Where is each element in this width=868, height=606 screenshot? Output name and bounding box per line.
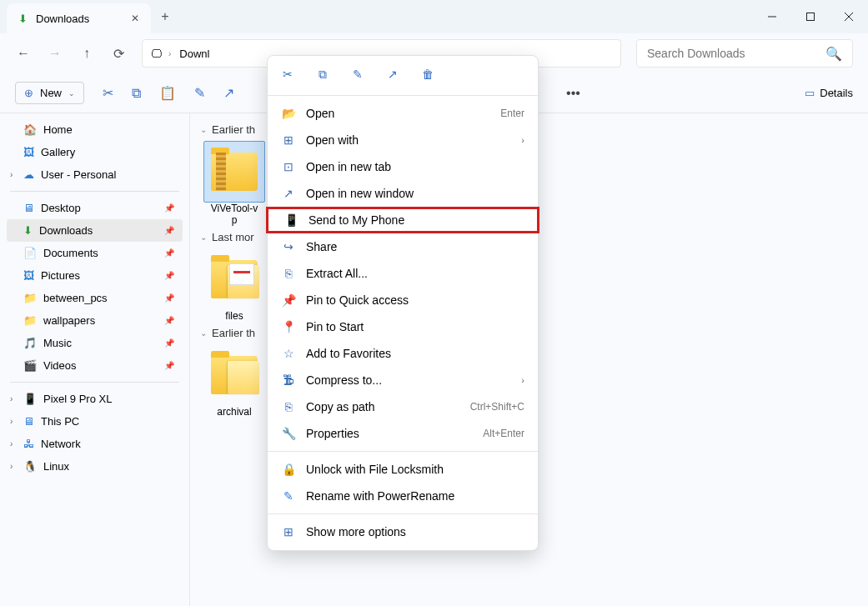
phone-icon: 📱: [283, 213, 299, 228]
documents-icon: 📄: [23, 247, 37, 259]
menu-properties[interactable]: 🔧PropertiesAlt+Enter: [268, 420, 538, 447]
search-input[interactable]: [647, 47, 825, 60]
folder-open-icon: 📂: [281, 106, 296, 121]
menu-send-to-phone[interactable]: 📱Send to My Phone: [266, 207, 539, 233]
pin-icon: 📌: [164, 226, 174, 235]
menu-extract-all[interactable]: ⎘Extract All...: [268, 260, 538, 287]
download-arrow-icon: ⬇: [18, 13, 28, 25]
properties-icon: 🔧: [281, 426, 296, 441]
menu-open-new-tab[interactable]: ⊡Open in new tab: [268, 153, 538, 180]
sidebar-pictures[interactable]: 🖼Pictures📌: [7, 264, 183, 287]
power-rename-icon: ✎: [281, 488, 296, 503]
shortcut-label: Alt+Enter: [483, 428, 524, 439]
more-button[interactable]: •••: [566, 86, 580, 101]
copy-icon[interactable]: ⧉: [132, 86, 141, 101]
chevron-down-icon: ⌄: [200, 125, 207, 134]
sidebar-linux[interactable]: ›🐧Linux: [7, 455, 183, 478]
menu-show-more[interactable]: ⊞Show more options: [268, 518, 538, 545]
phone-icon: 📱: [23, 393, 37, 405]
menu-unlock-locksmith[interactable]: 🔒Unlock with File Locksmith: [268, 456, 538, 483]
sidebar: 🏠Home 🖼Gallery ›☁User - Personal 🖥Deskto…: [0, 113, 190, 606]
share-icon[interactable]: ↗: [384, 66, 401, 83]
refresh-button[interactable]: ⟳: [110, 45, 127, 62]
menu-power-rename[interactable]: ✎Rename with PowerRename: [268, 483, 538, 509]
gallery-icon: 🖼: [23, 146, 34, 158]
menu-open-with[interactable]: ⊞Open with›: [268, 127, 538, 153]
chevron-down-icon: ⌄: [200, 233, 207, 242]
chevron-right-icon: ›: [521, 135, 524, 145]
chevron-down-icon: ⌄: [68, 89, 75, 98]
up-button[interactable]: ↑: [78, 45, 95, 62]
copy-icon[interactable]: ⧉: [314, 66, 331, 83]
close-window-button[interactable]: [830, 0, 868, 33]
back-button[interactable]: ←: [15, 45, 32, 62]
pin-icon: 📌: [164, 203, 174, 213]
file-files[interactable]: files: [200, 248, 268, 322]
new-button[interactable]: ⊕ New ⌄: [15, 82, 84, 104]
folder-icon: [211, 260, 258, 298]
cut-icon[interactable]: ✂: [279, 66, 296, 83]
pin-icon: 📌: [164, 338, 174, 348]
pin-start-icon: 📍: [281, 319, 296, 334]
sidebar-wallpapers[interactable]: 📁wallpapers📌: [7, 309, 183, 332]
menu-add-favorites[interactable]: ☆Add to Favorites: [268, 340, 538, 367]
details-icon: ▭: [805, 87, 815, 99]
sidebar-divider: [10, 191, 179, 192]
cut-icon[interactable]: ✂: [103, 85, 113, 101]
forward-button[interactable]: →: [47, 45, 63, 62]
menu-compress-to[interactable]: 🗜Compress to...›: [268, 367, 538, 393]
close-tab-icon[interactable]: ✕: [131, 13, 139, 24]
file-vivetool[interactable]: ViVeTool-v p: [200, 141, 268, 226]
menu-copy-path[interactable]: ⎘Copy as pathCtrl+Shift+C: [268, 393, 538, 420]
chevron-right-icon: ›: [10, 462, 13, 471]
sidebar-network[interactable]: ›🖧Network: [7, 433, 183, 455]
sidebar-pixel[interactable]: ›📱Pixel 9 Pro XL: [7, 388, 183, 410]
desktop-icon: 🖥: [23, 202, 34, 214]
paste-icon[interactable]: 📋: [159, 85, 176, 101]
new-tab-button[interactable]: +: [161, 9, 168, 24]
chevron-right-icon: ›: [10, 439, 13, 448]
sidebar-documents[interactable]: 📄Documents📌: [7, 242, 183, 264]
sidebar-between-pcs[interactable]: 📁between_pcs📌: [7, 287, 183, 309]
rename-icon[interactable]: ✎: [349, 66, 366, 83]
pictures-icon: 🖼: [23, 269, 34, 282]
home-icon: 🏠: [23, 123, 37, 136]
delete-icon[interactable]: 🗑: [419, 66, 436, 83]
pin-icon: 📌: [164, 248, 174, 258]
sidebar-this-pc[interactable]: ›🖥This PC: [7, 410, 183, 433]
sidebar-music[interactable]: 🎵Music📌: [7, 332, 183, 354]
chevron-right-icon: ›: [521, 375, 524, 385]
context-menu: ✂ ⧉ ✎ ↗ 🗑 📂OpenEnter ⊞Open with› ⊡Open i…: [267, 55, 539, 551]
menu-open[interactable]: 📂OpenEnter: [268, 100, 538, 127]
details-label: Details: [820, 87, 853, 99]
maximize-button[interactable]: [791, 0, 830, 33]
monitor-icon: 🖵: [151, 48, 162, 60]
menu-pin-quick-access[interactable]: 📌Pin to Quick access: [268, 287, 538, 313]
menu-pin-start[interactable]: 📍Pin to Start: [268, 313, 538, 340]
details-view-button[interactable]: ▭ Details: [805, 87, 853, 99]
sidebar-home[interactable]: 🏠Home: [7, 118, 183, 141]
menu-share[interactable]: ↪Share: [268, 233, 538, 260]
star-icon: ☆: [281, 346, 296, 361]
extract-icon: ⎘: [281, 266, 296, 281]
search-box[interactable]: 🔍: [636, 39, 853, 68]
pin-icon: 📌: [164, 361, 174, 370]
folder-icon: 📁: [23, 292, 37, 304]
sidebar-videos[interactable]: 🎬Videos📌: [7, 354, 183, 377]
sidebar-user[interactable]: ›☁User - Personal: [7, 163, 183, 186]
download-icon: ⬇: [23, 224, 33, 237]
window-controls: [753, 0, 868, 33]
sidebar-gallery[interactable]: 🖼Gallery: [7, 141, 183, 163]
minimize-button[interactable]: [753, 0, 791, 33]
new-tab-icon: ⊡: [281, 159, 296, 174]
chevron-right-icon: ›: [10, 170, 13, 179]
file-archival[interactable]: archival: [200, 344, 268, 418]
menu-open-new-window[interactable]: ↗Open in new window: [268, 180, 538, 207]
sidebar-desktop[interactable]: 🖥Desktop📌: [7, 197, 183, 219]
rename-icon[interactable]: ✎: [194, 85, 205, 101]
sidebar-downloads[interactable]: ⬇Downloads📌: [7, 219, 183, 242]
share-icon[interactable]: ↗: [223, 85, 234, 101]
menu-separator: [268, 95, 538, 96]
tab-downloads[interactable]: ⬇ Downloads ✕: [7, 3, 151, 33]
file-label: ViVeTool-v p: [211, 203, 258, 226]
